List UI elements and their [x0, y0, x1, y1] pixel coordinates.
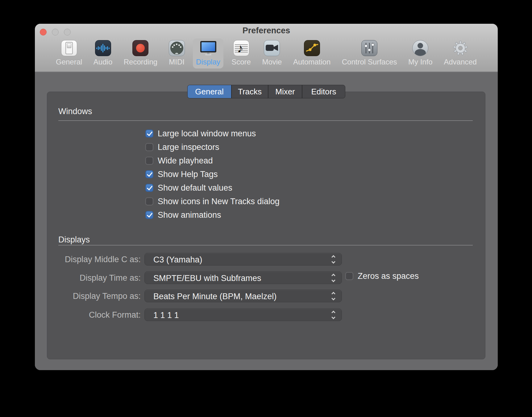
toolbar-item-label: General: [56, 58, 82, 66]
displays-section-title: Displays: [58, 235, 90, 245]
music-note-icon: ♪: [233, 40, 249, 56]
waveform-icon: [95, 40, 111, 56]
checkbox-label: Large local window menus: [158, 129, 256, 138]
checkbox[interactable]: [145, 197, 153, 205]
toolbar-item-label: Audio: [94, 58, 112, 66]
checkbox-label: Zeros as spaces: [358, 271, 419, 281]
stepper-chevrons-icon: [332, 255, 336, 263]
toolbar-item-midi[interactable]: MIDI: [166, 39, 188, 68]
tab-editors[interactable]: Editors: [302, 85, 345, 98]
toolbar-item-display[interactable]: Display: [193, 39, 223, 68]
preferences-content: General Tracks Mixer Editors Windows Lar…: [35, 73, 498, 370]
toolbar-item-label: Automation: [293, 58, 330, 66]
display-middle-c-popup[interactable]: C3 (Yamaha): [144, 253, 342, 266]
toolbar-item-label: Score: [231, 58, 251, 66]
stepper-chevrons-icon: [332, 292, 336, 300]
checkbox-label: Show default values: [158, 183, 232, 193]
automation-curve-icon: [304, 40, 320, 56]
window-title: Preferences: [35, 26, 498, 35]
tab-bar: General Tracks Mixer Editors: [187, 85, 345, 98]
toolbar-item-label: Display: [196, 58, 220, 66]
checkbox-row-large-inspectors: Large inspectors: [145, 143, 280, 151]
display-time-row: Display Time as: SMPTE/EBU with Subframe…: [47, 271, 485, 284]
checkbox-label: Show icons in New Tracks dialog: [158, 197, 280, 206]
windows-checkbox-list: Large local window menus Large inspector…: [145, 130, 280, 225]
checkbox[interactable]: [145, 170, 153, 178]
toolbar-item-movie[interactable]: Movie: [259, 39, 285, 68]
record-dot-icon: [132, 40, 148, 56]
toolbar-item-label: MIDI: [169, 58, 185, 66]
toolbar-item-score[interactable]: ♪ Score: [228, 39, 254, 68]
toolbar-item-label: Movie: [262, 58, 282, 66]
checkbox-label: Show animations: [158, 210, 221, 220]
popup-value: C3 (Yamaha): [153, 255, 202, 265]
monitor-icon: [200, 40, 216, 56]
checkbox[interactable]: [145, 130, 153, 138]
stepper-chevrons-icon: [332, 311, 336, 319]
checkbox[interactable]: [345, 272, 353, 280]
toolbar-item-my-info[interactable]: My Info: [405, 39, 436, 68]
zeros-as-spaces-row: Zeros as spaces: [345, 272, 419, 280]
checkbox-row-show-help-tags: Show Help Tags: [145, 170, 280, 178]
checkbox-row-show-default-values: Show default values: [145, 184, 280, 192]
display-tempo-popup[interactable]: Beats Per Minute (BPM, Maelzel): [144, 290, 342, 302]
faders-icon: [361, 40, 377, 56]
toolbar-item-label: Control Surfaces: [342, 58, 397, 66]
checkbox[interactable]: [145, 157, 153, 165]
display-tempo-row: Display Tempo as: Beats Per Minute (BPM,…: [47, 290, 485, 302]
clock-format-popup[interactable]: 1 1 1 1: [144, 308, 342, 321]
checkbox-label: Wide playhead: [158, 156, 213, 166]
toolbar-item-control-surfaces[interactable]: Control Surfaces: [339, 39, 400, 68]
toolbar-item-general[interactable]: General: [53, 39, 85, 68]
checkbox[interactable]: [145, 184, 153, 192]
popup-value: SMPTE/EBU with Subframes: [153, 274, 261, 283]
toolbar-item-label: Advanced: [444, 58, 477, 66]
person-icon: [412, 40, 428, 56]
tab-tracks[interactable]: Tracks: [231, 85, 268, 98]
checkbox-row-show-icons-new-tracks: Show icons in New Tracks dialog: [145, 197, 280, 205]
checkbox-label: Large inspectors: [158, 142, 219, 152]
light-switch-icon: [61, 40, 77, 56]
clock-format-row: Clock Format: 1 1 1 1: [47, 308, 485, 321]
tab-mixer[interactable]: Mixer: [268, 85, 302, 98]
popup-label: Display Time as:: [47, 273, 141, 283]
section-divider: [58, 245, 473, 246]
display-middle-c-row: Display Middle C as: C3 (Yamaha): [47, 253, 485, 266]
toolbar-item-label: My Info: [408, 58, 433, 66]
popup-value: Beats Per Minute (BPM, Maelzel): [153, 292, 276, 301]
preferences-window: Preferences General Audio Recording: [35, 24, 498, 370]
popup-label: Display Middle C as:: [47, 255, 141, 264]
toolbar-item-recording[interactable]: Recording: [121, 39, 160, 68]
checkbox[interactable]: [145, 143, 153, 151]
stepper-chevrons-icon: [332, 274, 336, 282]
display-time-popup[interactable]: SMPTE/EBU with Subframes: [144, 271, 342, 284]
toolbar-item-advanced[interactable]: Advanced: [441, 39, 480, 68]
windows-section-title: Windows: [58, 107, 92, 116]
section-divider: [58, 120, 473, 121]
checkbox-row-show-animations: Show animations: [145, 211, 280, 219]
checkbox-label: Show Help Tags: [158, 170, 218, 179]
video-camera-icon: [264, 40, 280, 56]
tab-general[interactable]: General: [188, 85, 231, 98]
checkbox[interactable]: [145, 211, 153, 219]
preferences-toolbar: General Audio Recording MID: [53, 39, 480, 68]
popup-value: 1 1 1 1: [153, 311, 179, 320]
popup-label: Display Tempo as:: [47, 291, 141, 301]
toolbar-item-label: Recording: [124, 58, 157, 66]
midi-din-icon: [169, 40, 185, 56]
titlebar: Preferences General Audio Recording: [35, 24, 498, 72]
checkbox-row-wide-playhead: Wide playhead: [145, 157, 280, 165]
settings-panel: Windows Large local window menus Large i…: [47, 92, 485, 359]
popup-label: Clock Format:: [47, 310, 141, 320]
checkbox-row-large-local-window-menus: Large local window menus: [145, 130, 280, 138]
toolbar-item-audio[interactable]: Audio: [90, 39, 115, 68]
toolbar-item-automation[interactable]: Automation: [290, 39, 334, 68]
gear-icon: [452, 40, 468, 56]
